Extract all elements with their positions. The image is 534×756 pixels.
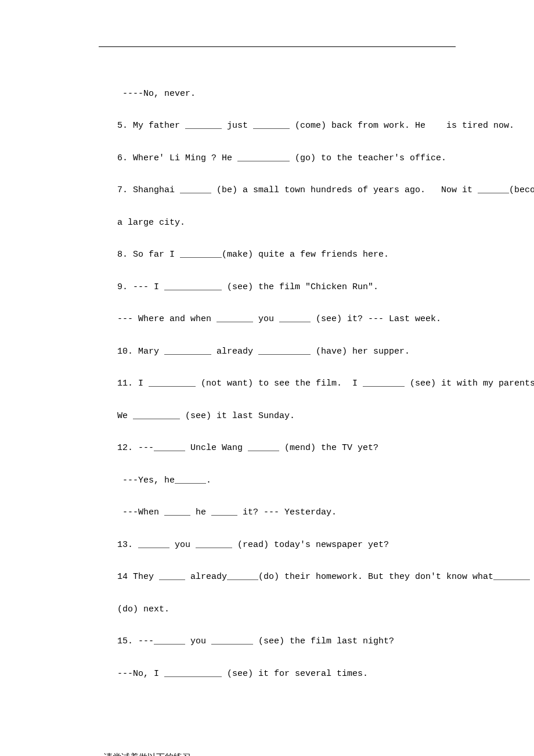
q14-line1: 14 They _____ already______(do) their ho… bbox=[117, 569, 435, 585]
horizontal-rule bbox=[99, 46, 456, 47]
q15-line2: ---No, I ___________ (see) it for severa… bbox=[117, 666, 435, 682]
q9-line1: 9. --- I ___________ (see) the film "Chi… bbox=[117, 279, 435, 296]
q12-line3: ---When _____ he _____ it? --- Yesterday… bbox=[117, 505, 435, 521]
q12-line2: ---Yes, he______. bbox=[117, 473, 435, 489]
q7-line2: a large city. bbox=[117, 215, 435, 231]
q12-line1: 12. ---______ Uncle Wang ______ (mend) t… bbox=[117, 440, 435, 456]
q7-line1: 7. Shanghai ______ (be) a small town hun… bbox=[117, 182, 435, 199]
q11-line2: We _________ (see) it last Sunday. bbox=[117, 408, 435, 424]
q9-line2: --- Where and when _______ you ______ (s… bbox=[117, 311, 435, 327]
q11-line1: 11. I _________ (not want) to see the fi… bbox=[117, 376, 435, 392]
q8: 8. So far I ________(make) quite a few f… bbox=[117, 247, 435, 263]
q10: 10. Mary _________ already __________ (h… bbox=[117, 344, 435, 360]
exercise-2-block: 请尝试着做以下的练习 1. I __________ (work) here s… bbox=[99, 701, 435, 756]
q6: 6. Where' Li Ming ? He __________ (go) t… bbox=[117, 150, 435, 167]
q5: 5. My father _______ just _______ (come)… bbox=[117, 118, 435, 134]
exercise-2-heading: 请尝试着做以下的练习 bbox=[99, 750, 435, 756]
q13: 13. ______ you _______ (read) today's ne… bbox=[117, 537, 435, 553]
q4-answer: ----No, never. bbox=[117, 86, 435, 102]
exercise-1-block: ----No, never. 5. My father _______ just… bbox=[99, 70, 435, 698]
q14-line2: (do) next. bbox=[117, 602, 435, 618]
q15-line1: 15. ---______ you ________ (see) the fil… bbox=[117, 633, 435, 650]
